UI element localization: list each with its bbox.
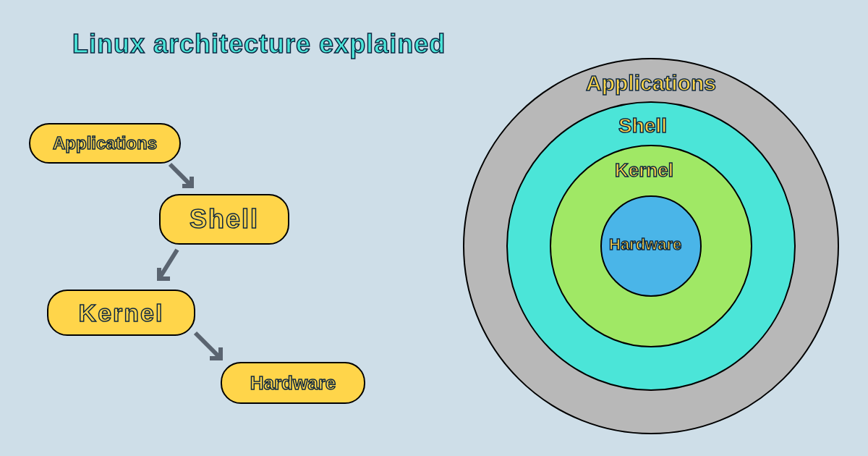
ring-diagram: Applications Shell Kernel Hardware (463, 58, 839, 434)
flow-node-label: Hardware (250, 372, 336, 394)
ring-label-shell: Shell (618, 114, 667, 138)
ring-label-applications: Applications (586, 71, 716, 96)
arrow-down-icon (166, 161, 203, 197)
flow-node-kernel: Kernel (47, 290, 195, 336)
flow-node-label: Applications (53, 133, 157, 153)
flow-node-applications: Applications (29, 123, 181, 164)
flow-node-hardware: Hardware (221, 362, 365, 404)
ring-label-kernel: Kernel (615, 159, 673, 182)
arrow-down-icon (152, 246, 188, 290)
arrow-down-icon (192, 329, 235, 369)
ring-label-hardware: Hardware (609, 235, 681, 254)
flow-node-shell: Shell (159, 194, 289, 245)
flow-node-label: Shell (190, 204, 259, 235)
page-title: Linux architecture explained (72, 29, 446, 59)
flow-node-label: Kernel (79, 299, 164, 327)
